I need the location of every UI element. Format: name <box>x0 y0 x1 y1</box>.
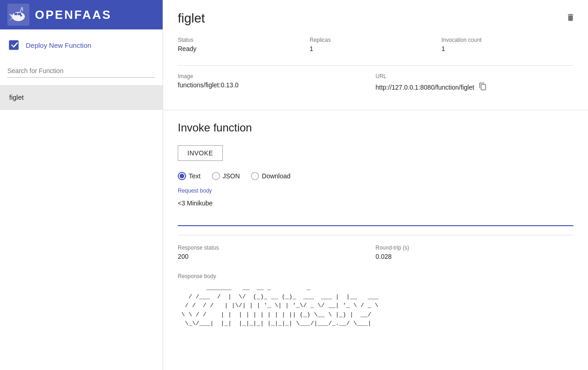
radio-text-circle <box>178 172 186 180</box>
openfaas-logo <box>7 4 29 26</box>
radio-json-label: JSON <box>223 172 240 180</box>
round-trip-label: Round-trip (s) <box>376 245 574 251</box>
image-meta: Image functions/figlet:0.13.0 <box>178 71 376 99</box>
response-body-label: Response body <box>178 273 573 279</box>
svg-rect-5 <box>14 13 17 15</box>
url-row: http://127.0.0.1:8080/function/figlet <box>376 81 574 93</box>
search-container <box>0 61 163 85</box>
sidebar-header: OPENFAAS <box>0 0 163 29</box>
status-meta: Status Ready <box>178 35 310 58</box>
function-list: figlet <box>0 85 163 370</box>
radio-json-circle <box>212 172 220 180</box>
replicas-value: 1 <box>310 45 441 52</box>
radio-download-label: Download <box>262 172 290 180</box>
sidebar: OPENFAAS Deploy New Function figlet <box>0 0 163 370</box>
meta-grid-top: Status Ready Replicas 1 Invocation count… <box>178 35 573 58</box>
meta-grid-bottom: Image functions/figlet:0.13.0 URL http:/… <box>178 65 573 99</box>
search-input[interactable] <box>7 64 155 78</box>
radio-text[interactable]: Text <box>178 172 201 180</box>
replicas-meta: Replicas 1 <box>310 35 441 58</box>
response-status-value: 200 <box>178 253 376 260</box>
response-type-group: Text JSON Download <box>178 172 573 180</box>
replicas-label: Replicas <box>310 37 441 43</box>
image-label: Image <box>178 73 376 80</box>
url-value: http://127.0.0.1:8080/function/figlet <box>376 84 475 91</box>
invocation-meta: Invocation count 1 <box>441 35 573 58</box>
status-label: Status <box>178 37 310 43</box>
function-item-figlet[interactable]: figlet <box>0 85 163 110</box>
deploy-button-label: Deploy New Function <box>26 41 91 49</box>
invocation-value: 1 <box>441 45 573 52</box>
radio-download-circle <box>251 172 259 180</box>
delete-button[interactable] <box>564 11 577 26</box>
main-content: figlet Status Ready Replicas 1 Invocatio… <box>163 0 588 370</box>
invoke-title: Invoke function <box>178 121 573 134</box>
brand-name: OPENFAAS <box>35 8 112 22</box>
function-detail: figlet Status Ready Replicas 1 Invocatio… <box>163 0 588 110</box>
response-meta-grid: Response status 200 Round-trip (s) 0.028 <box>178 243 573 266</box>
request-body-input[interactable] <box>178 198 573 226</box>
response-status-label: Response status <box>178 245 376 251</box>
status-value: Ready <box>178 45 310 52</box>
delete-icon <box>566 13 575 22</box>
invocation-label: Invocation count <box>441 37 573 43</box>
response-body-content: _______ __ __ _ _ / /___ / | \/ (_)_ __ … <box>178 283 573 328</box>
response-section: Response status 200 Round-trip (s) 0.028… <box>178 235 573 328</box>
function-title: figlet <box>178 11 573 26</box>
round-trip-value: 0.028 <box>376 253 574 260</box>
invoke-button[interactable]: INVOKE <box>178 145 223 161</box>
deploy-icon <box>7 39 20 51</box>
copy-icon <box>479 82 487 91</box>
radio-download[interactable]: Download <box>251 172 290 180</box>
round-trip-meta: Round-trip (s) 0.028 <box>376 243 574 266</box>
invoke-section: Invoke function INVOKE Text JSON Downloa… <box>163 110 588 339</box>
response-status-meta: Response status 200 <box>178 243 376 266</box>
url-label: URL <box>376 73 574 80</box>
request-body-label: Request body <box>178 188 573 194</box>
image-value: functions/figlet:0.13.0 <box>178 81 376 89</box>
deploy-new-function-button[interactable]: Deploy New Function <box>0 29 163 61</box>
svg-rect-6 <box>18 13 21 15</box>
url-meta: URL http://127.0.0.1:8080/function/figle… <box>376 71 574 99</box>
radio-text-label: Text <box>189 172 201 180</box>
copy-url-button[interactable] <box>478 81 488 93</box>
radio-json[interactable]: JSON <box>212 172 240 180</box>
